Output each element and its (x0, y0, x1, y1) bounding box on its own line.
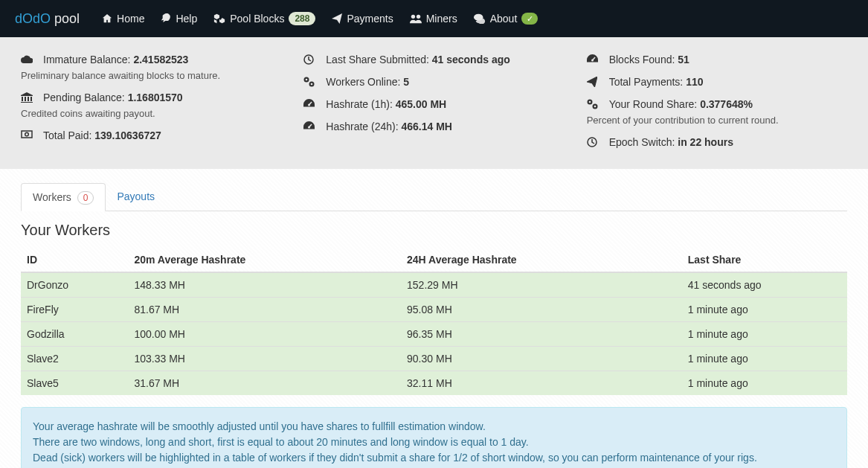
col-last: Last Share (682, 248, 847, 272)
comments-icon (474, 13, 486, 24)
total-paid: Total Paid: 139.10636727 (43, 129, 161, 141)
cell-h24: 96.35 MH (401, 322, 682, 347)
gauge-icon (303, 121, 315, 130)
workers-heading: Your Workers (21, 222, 847, 239)
last-share: Last Share Submitted: 41 seconds ago (326, 54, 509, 65)
nav-miners[interactable]: Miners (410, 13, 457, 25)
cloud-icon (21, 54, 33, 63)
rocket-icon (161, 13, 171, 24)
table-row: Godzilla100.00 MH96.35 MH1 minute ago (21, 322, 847, 347)
share-sub: Percent of your contribution to current … (587, 115, 847, 126)
content-area: Workers 0 Payouts Your Workers ID 20m Av… (0, 169, 868, 468)
cell-h24: 95.08 MH (401, 298, 682, 322)
gauge-icon (303, 98, 315, 108)
gears-icon (303, 76, 315, 87)
col-h24: 24H Average Hashrate (401, 248, 682, 272)
navbar: dOdO pool Home Help Pool Blocks 288 Paym… (0, 0, 868, 37)
workers-online: Workers Online: 5 (326, 76, 409, 88)
cell-id: Slave2 (21, 347, 128, 371)
users-icon (410, 13, 422, 24)
cell-h20: 81.67 MH (128, 298, 401, 322)
round-share: Your Round Share: 0.377648% (609, 98, 753, 110)
pending-sub: Credited coins awaiting payout. (21, 108, 281, 119)
cell-last: 1 minute ago (682, 298, 847, 322)
gauge-icon (587, 54, 599, 63)
cell-id: DrGonzo (21, 272, 128, 298)
col-id: ID (21, 248, 128, 272)
immature-sub: Preliminary balance awaiting blocks to m… (21, 70, 281, 81)
workers-table: ID 20m Average Hashrate 24H Average Hash… (21, 248, 847, 395)
immature-balance: Immature Balance: 2.41582523 (43, 54, 188, 65)
cell-h20: 31.67 MH (128, 371, 401, 396)
epoch-switch: Epoch Switch: in 22 hours (609, 136, 733, 148)
home-icon (102, 13, 112, 24)
cell-h20: 148.33 MH (128, 272, 401, 298)
clock-icon (303, 54, 315, 65)
pending-balance: Pending Balance: 1.16801570 (43, 92, 183, 103)
cell-id: Slave5 (21, 371, 128, 396)
cell-h24: 90.30 MH (401, 347, 682, 371)
stats-col-mid: Last Share Submitted: 41 seconds ago Wor… (303, 54, 564, 153)
info-line-2: There are two windows, long and short, f… (33, 435, 835, 450)
brand-part2: pool (51, 11, 80, 26)
cell-id: FireFly (21, 298, 128, 322)
table-row: Slave531.67 MH32.11 MH1 minute ago (21, 371, 847, 396)
cell-h24: 152.29 MH (401, 272, 682, 298)
svg-point-0 (411, 15, 414, 19)
cell-last: 41 seconds ago (682, 272, 847, 298)
gears-icon (587, 98, 599, 109)
table-row: FireFly81.67 MH95.08 MH1 minute ago (21, 298, 847, 322)
svg-point-14 (588, 101, 591, 103)
hashrate-24h: Hashrate (24h): 466.14 MH (326, 121, 452, 132)
stats-panel: Immature Balance: 2.41582523 Preliminary… (0, 37, 868, 169)
nav-miners-label: Miners (426, 13, 457, 25)
workers-badge: 0 (77, 191, 94, 205)
nav-about[interactable]: About ✓ (474, 13, 539, 25)
nav-help-label: Help (176, 13, 197, 25)
svg-point-9 (311, 83, 313, 86)
cell-h20: 100.00 MH (128, 322, 401, 347)
tabs: Workers 0 Payouts (21, 182, 847, 211)
tab-workers[interactable]: Workers 0 (21, 183, 106, 211)
check-badge: ✓ (521, 13, 538, 25)
svg-rect-3 (22, 131, 32, 138)
svg-point-7 (306, 79, 308, 81)
stats-col-left: Immature Balance: 2.41582523 Preliminary… (21, 54, 281, 153)
nav-home[interactable]: Home (102, 13, 144, 25)
svg-point-4 (25, 132, 29, 136)
table-row: Slave2103.33 MH90.30 MH1 minute ago (21, 347, 847, 371)
nav-help[interactable]: Help (161, 13, 197, 25)
blocks-count-badge: 288 (289, 12, 315, 25)
money-icon (21, 129, 33, 138)
cell-last: 1 minute ago (682, 371, 847, 396)
nav-items: Home Help Pool Blocks 288 Payments Miner… (102, 12, 538, 25)
svg-point-16 (594, 106, 596, 108)
brand-part1: dOdO (15, 11, 51, 26)
svg-point-1 (417, 15, 420, 19)
cell-last: 1 minute ago (682, 347, 847, 371)
blocks-found: Blocks Found: 51 (609, 54, 689, 65)
nav-pool-blocks[interactable]: Pool Blocks 288 (213, 12, 315, 25)
info-alert: Your average hashrate will be smoothly a… (21, 407, 847, 468)
stats-col-right: Blocks Found: 51 Total Payments: 110 You… (587, 54, 847, 153)
brand-logo[interactable]: dOdO pool (15, 11, 80, 27)
nav-payments-label: Payments (347, 13, 393, 25)
cell-h24: 32.11 MH (401, 371, 682, 396)
nav-about-label: About (490, 13, 518, 25)
tab-payouts[interactable]: Payouts (106, 183, 166, 211)
nav-home-label: Home (117, 13, 144, 25)
nav-payments[interactable]: Payments (332, 13, 393, 25)
cell-last: 1 minute ago (682, 322, 847, 347)
paper-plane-icon (587, 76, 599, 87)
bank-icon (21, 92, 33, 103)
cell-h20: 103.33 MH (128, 347, 401, 371)
nav-blocks-label: Pool Blocks (230, 13, 284, 25)
clock-icon (587, 136, 599, 147)
total-payments: Total Payments: 110 (609, 76, 704, 88)
tab-payouts-label: Payouts (117, 190, 155, 202)
paper-plane-icon (332, 13, 342, 24)
table-row: DrGonzo148.33 MH152.29 MH41 seconds ago (21, 272, 847, 298)
cubes-icon (213, 13, 225, 24)
info-line-3: Dead (sick) workers will be highlighted … (33, 450, 835, 466)
info-line-1: Your average hashrate will be smoothly a… (33, 419, 835, 435)
